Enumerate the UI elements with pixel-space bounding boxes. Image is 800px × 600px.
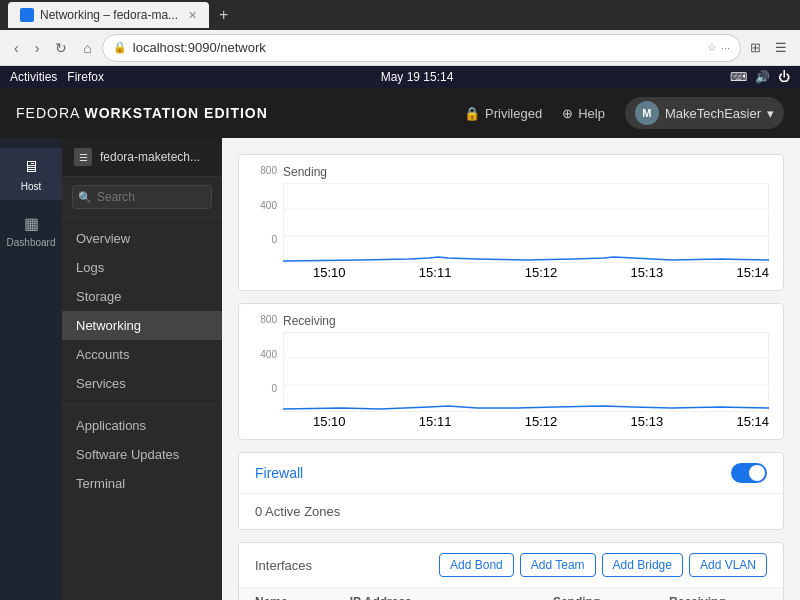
sidebar-item-host[interactable]: 🖥 Host — [0, 148, 62, 200]
col-ip: IP Address — [334, 588, 537, 600]
browser-toolbar: ‹ › ↻ ⌂ 🔒 ☆ ··· ⊞ ☰ — [0, 30, 800, 66]
user-label: MakeTechEasier — [665, 106, 761, 121]
svg-rect-3 — [283, 332, 769, 412]
sidebar-item-networking[interactable]: Networking — [62, 311, 222, 340]
sending-x-axis: 15:10 15:11 15:12 15:13 15:14 — [283, 265, 769, 280]
add-bond-button[interactable]: Add Bond — [439, 553, 514, 577]
add-team-button[interactable]: Add Team — [520, 553, 596, 577]
sidebar-item-logs[interactable]: Logs — [62, 253, 222, 282]
tab-close-button[interactable]: ✕ — [188, 9, 197, 22]
menu-icon[interactable]: ☰ — [770, 37, 792, 58]
lock-header-icon: 🔒 — [464, 106, 480, 121]
firewall-card: Firewall 0 Active Zones — [238, 452, 784, 530]
sending-chart-svg — [283, 183, 769, 263]
receiving-chart-area — [283, 332, 769, 412]
help-icon: ⊕ — [562, 106, 573, 121]
user-menu-button[interactable]: M MakeTechEasier ▾ — [625, 97, 784, 129]
receiving-x-1514: 15:14 — [736, 414, 769, 429]
add-bridge-button[interactable]: Add Bridge — [602, 553, 683, 577]
search-icon: 🔍 — [78, 191, 92, 204]
col-receiving: Receiving — [653, 588, 783, 600]
sending-y-400: 400 — [260, 200, 277, 211]
address-bar[interactable]: 🔒 ☆ ··· — [102, 34, 741, 62]
active-zones-label: 0 Active Zones — [255, 504, 340, 519]
sending-x-1512: 15:12 — [525, 265, 558, 280]
host-name-label: fedora-maketech... — [100, 150, 200, 164]
chevron-down-icon: ▾ — [767, 106, 774, 121]
sidebar-host-bar: ☰ fedora-maketech... — [62, 138, 222, 177]
reload-button[interactable]: ↻ — [49, 36, 73, 60]
receiving-y-0: 0 — [271, 383, 277, 394]
activities-button[interactable]: Activities — [10, 70, 57, 84]
sending-y-800: 800 — [260, 165, 277, 176]
extensions-icon[interactable]: ⊞ — [745, 37, 766, 58]
receiving-chart-wrapper: 800 400 0 Receiving 1 — [253, 314, 769, 429]
privileged-button[interactable]: 🔒 Privileged — [464, 106, 542, 121]
col-sending: Sending — [537, 588, 653, 600]
browser-tab[interactable]: Networking – fedora-ma... ✕ — [8, 2, 209, 28]
forward-button[interactable]: › — [29, 36, 46, 60]
dashboard-icon: ▦ — [20, 212, 42, 234]
receiving-y-800: 800 — [260, 314, 277, 325]
firefox-button[interactable]: Firefox — [67, 70, 104, 84]
col-name: Name — [239, 588, 334, 600]
sending-chart-card: 800 400 0 Sending — [238, 154, 784, 291]
logo-bold: WORKSTATION EDITION — [84, 105, 267, 121]
system-bar: Activities Firefox May 19 15:14 ⌨ 🔊 ⏻ — [0, 66, 800, 88]
search-input[interactable] — [72, 185, 212, 209]
sidebar-item-software-updates[interactable]: Software Updates — [62, 440, 222, 469]
table-header-row: Name IP Address Sending Receiving — [239, 588, 783, 600]
add-vlan-button[interactable]: Add VLAN — [689, 553, 767, 577]
receiving-y-400: 400 — [260, 349, 277, 360]
sending-y-0: 0 — [271, 234, 277, 245]
app-header-right: 🔒 Privileged ⊕ Help M MakeTechEasier ▾ — [464, 97, 784, 129]
sidebar-host-label: Host — [21, 181, 42, 192]
interfaces-title: Interfaces — [255, 558, 312, 573]
sending-chart-label: Sending — [283, 165, 769, 179]
host-icon: 🖥 — [20, 156, 42, 178]
menu-divider — [62, 404, 222, 405]
url-input[interactable] — [133, 40, 701, 55]
sidebar-item-terminal[interactable]: Terminal — [62, 469, 222, 498]
host-square-icon: ☰ — [74, 148, 92, 166]
power-icon: ⏻ — [778, 70, 790, 84]
user-avatar: M — [635, 101, 659, 125]
back-button[interactable]: ‹ — [8, 36, 25, 60]
titlebar-left: Networking – fedora-ma... ✕ + — [8, 2, 228, 28]
interfaces-card: Interfaces Add Bond Add Team Add Bridge … — [238, 542, 784, 600]
interfaces-table: Name IP Address Sending Receiving enplo … — [239, 588, 783, 600]
firewall-title[interactable]: Firewall — [255, 465, 303, 481]
sidebar-item-overview[interactable]: Overview — [62, 224, 222, 253]
home-button[interactable]: ⌂ — [77, 36, 97, 60]
sidebar-item-dashboard[interactable]: ▦ Dashboard — [0, 204, 62, 256]
sidebar-item-storage[interactable]: Storage — [62, 282, 222, 311]
firewall-toggle[interactable] — [731, 463, 767, 483]
receiving-x-1510: 15:10 — [313, 414, 346, 429]
sidebar-menu: Overview Logs Storage Networking Account… — [62, 218, 222, 600]
firewall-header: Firewall — [239, 453, 783, 494]
new-tab-button[interactable]: + — [219, 6, 228, 24]
sidebar-item-applications[interactable]: Applications — [62, 411, 222, 440]
sidebar-item-services[interactable]: Services — [62, 369, 222, 398]
sending-x-1514: 15:14 — [736, 265, 769, 280]
tab-title: Networking – fedora-ma... — [40, 8, 178, 22]
app-body: 🖥 Host ▦ Dashboard ☰ fedora-maketech... … — [0, 138, 800, 600]
receiving-chart-main: Receiving 15:10 15:11 15:12 15:13 — [283, 314, 769, 429]
logo-light: FEDORA — [16, 105, 84, 121]
system-bar-datetime: May 19 15:14 — [104, 70, 730, 84]
receiving-y-axis: 800 400 0 — [253, 314, 281, 394]
toggle-knob — [749, 465, 765, 481]
sending-x-1510: 15:10 — [313, 265, 346, 280]
receiving-chart-card: 800 400 0 Receiving 1 — [238, 303, 784, 440]
interfaces-header: Interfaces Add Bond Add Team Add Bridge … — [239, 543, 783, 588]
help-button[interactable]: ⊕ Help — [562, 106, 605, 121]
sidebar-search-area: 🔍 — [62, 177, 222, 218]
tab-favicon — [20, 8, 34, 22]
keyboard-icon: ⌨ — [730, 70, 747, 84]
receiving-chart-svg — [283, 332, 769, 412]
sidebar-item-accounts[interactable]: Accounts — [62, 340, 222, 369]
sidebar-nav: ☰ fedora-maketech... 🔍 Overview Logs Sto… — [62, 138, 222, 600]
app-logo: FEDORA WORKSTATION EDITION — [16, 105, 268, 121]
sidebar-icons: 🖥 Host ▦ Dashboard — [0, 138, 62, 600]
browser-titlebar: Networking – fedora-ma... ✕ + — [0, 0, 800, 30]
